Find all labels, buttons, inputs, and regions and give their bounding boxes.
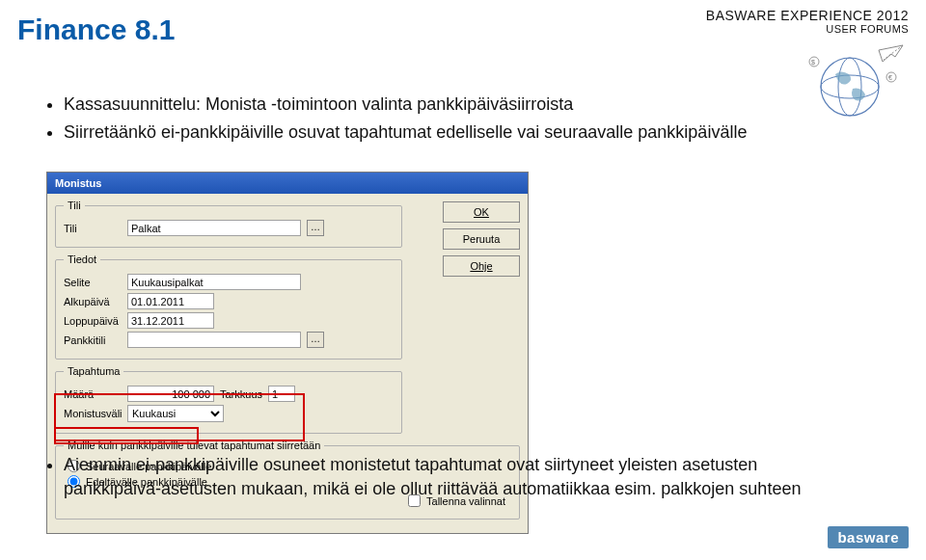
help-button[interactable]: Ohje [443, 255, 520, 277]
tarkkuus-input[interactable] [268, 386, 295, 402]
page-title: Finance 8.1 [17, 13, 175, 46]
fieldset-tili: Tili Tili … [55, 200, 402, 248]
alkupaiva-input[interactable] [127, 293, 214, 309]
svg-point-0 [821, 58, 879, 116]
monistusvali-select[interactable]: Kuukausi [127, 405, 224, 422]
svg-text:€: € [888, 74, 892, 81]
label-tarkkuus: Tarkkuus [220, 388, 262, 400]
header-brand: BASWARE EXPERIENCE 2012 USER FORUMS [706, 8, 909, 35]
tili-input[interactable] [127, 220, 301, 236]
svg-text:$: $ [811, 59, 815, 66]
bullet-item: Siirretäänkö ei-pankkipäiville osuvat ta… [64, 120, 747, 145]
svg-point-2 [838, 58, 861, 116]
brand-line1: BASWARE EXPERIENCE 2012 [706, 8, 909, 23]
legend-siirto: Muille kuin pankkipäiville tulevat tapah… [64, 440, 324, 451]
label-loppupaiva: Loppupäivä [64, 315, 122, 327]
legend-tiedot: Tiedot [64, 253, 100, 265]
pankkitili-input[interactable] [127, 332, 301, 348]
label-monistusvali: Monistusväli [64, 408, 122, 419]
browse-button[interactable]: … [307, 332, 324, 348]
legend-tapahtuma: Tapahtuma [64, 365, 123, 377]
label-alkupaiva: Alkupäivä [64, 296, 122, 307]
brand-line2: USER FORUMS [706, 23, 909, 35]
legend-tili: Tili [64, 200, 85, 211]
bullet-item: Kassasuunnittelu: Monista -toimintoon va… [64, 92, 747, 117]
browse-button[interactable]: … [307, 220, 324, 236]
loppupaiva-input[interactable] [127, 312, 214, 329]
dialog-side-buttons: OK Peruuta Ohje [443, 201, 520, 277]
fieldset-tapahtuma: Tapahtuma Määrä Tarkkuus Monistusväli Ku… [55, 365, 402, 434]
bullet-list-top: Kassasuunnittelu: Monista -toimintoon va… [46, 92, 747, 147]
dialog-title: Monistus [55, 177, 101, 189]
label-tili: Tili [64, 223, 122, 234]
bullet-item: Aiemmin ei-pankkipäiville osuneet monist… [64, 453, 837, 501]
label-pankkitili: Pankkitili [64, 334, 122, 346]
maara-input[interactable] [127, 386, 214, 402]
label-selite: Selite [64, 277, 122, 288]
globe-illustration: $ € [797, 40, 912, 127]
dialog-titlebar: Monistus [47, 173, 528, 194]
cancel-button[interactable]: Peruuta [443, 228, 520, 250]
bullet-list-bottom: Aiemmin ei-pankkipäiville osuneet monist… [46, 453, 837, 501]
label-maara: Määrä [64, 388, 122, 400]
selite-input[interactable] [127, 274, 301, 290]
basware-logo: basware [828, 526, 909, 548]
fieldset-tiedot: Tiedot Selite Alkupäivä Loppupäivä Pankk… [55, 253, 402, 360]
ok-button[interactable]: OK [443, 201, 520, 223]
